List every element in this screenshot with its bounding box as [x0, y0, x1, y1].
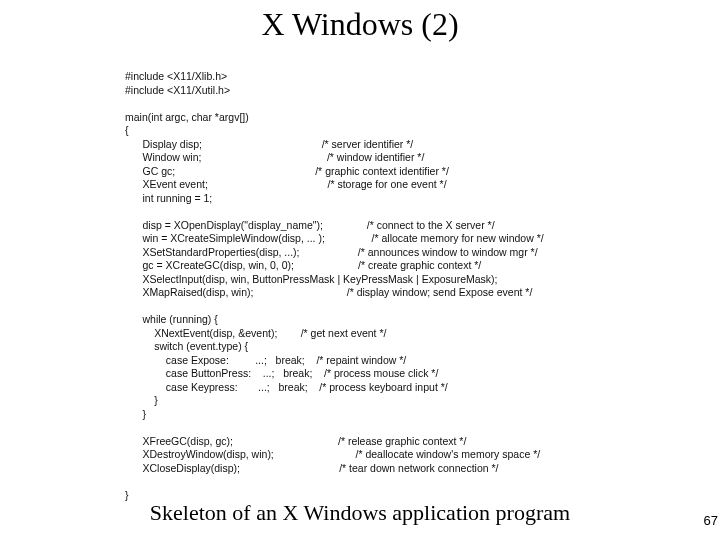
slide-caption: Skeleton of an X Windows application pro… [0, 500, 720, 526]
code-listing: #include <X11/Xlib.h> #include <X11/Xuti… [125, 70, 685, 502]
slide-title: X Windows (2) [0, 6, 720, 43]
slide-container: X Windows (2) #include <X11/Xlib.h> #inc… [0, 0, 720, 540]
page-number: 67 [704, 513, 718, 528]
